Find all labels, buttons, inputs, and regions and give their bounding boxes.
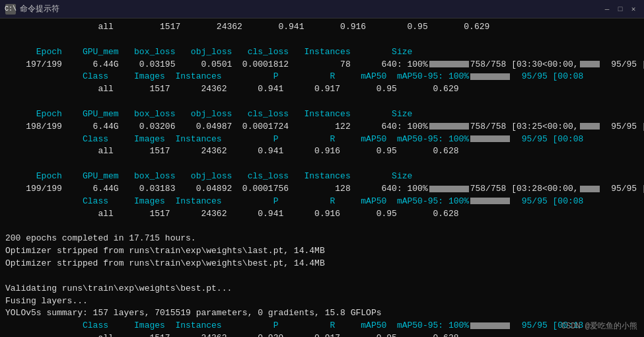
epoch-197-all: all 1517 24362 0.941 0.917 0.95 0.629	[5, 83, 639, 96]
terminal-line-blank4	[5, 221, 639, 233]
epoch-199-class-header: Class Images Instances P R mAP50 mAP50-9…	[5, 196, 639, 208]
epoch-197-progress: 197/199 6.44G 0.03195 0.0501 0.0001812 7…	[5, 59, 639, 71]
epoch-199-all: all 1517 24362 0.941 0.916 0.95 0.628	[5, 208, 639, 221]
terminal-line-top: all 1517 24362 0.941 0.916 0.95 0.629	[5, 21, 639, 34]
epoch-198-all: all 1517 24362 0.941 0.916 0.95 0.628	[5, 145, 639, 158]
terminal-line-blank3	[5, 158, 639, 170]
minimize-button[interactable]: —	[602, 4, 612, 15]
epochs-completed: 200 epochs completed in 17.715 hours.	[5, 233, 639, 245]
terminal-line-blank2	[5, 96, 639, 108]
watermark: CSDN @爱吃鱼的小熊	[561, 320, 637, 332]
epoch-header-199: Epoch GPU_mem box_loss obj_loss cls_loss…	[5, 170, 639, 183]
final-class-header: Class Images Instances P R mAP50 mAP50-9…	[5, 320, 639, 332]
terminal-line-blank1	[5, 34, 639, 46]
maximize-button[interactable]: □	[615, 4, 626, 15]
epoch-198-progress: 198/199 6.44G 0.03206 0.04987 0.0001724 …	[5, 121, 639, 133]
window-title: 命令提示符	[20, 3, 59, 15]
validating-msg: Validating runs\train\exp\weights\best.p…	[5, 283, 639, 295]
epoch-197-class-header: Class Images Instances P R mAP50 mAP50-9…	[5, 71, 639, 83]
fusing-msg: Fusing layers...	[5, 295, 639, 308]
title-bar-left: C:\ 命令提示符	[5, 3, 59, 15]
epoch-199-progress: 199/199 6.44G 0.03183 0.04892 0.0001756 …	[5, 183, 639, 196]
yolov5s-summary: YOLOv5s summary: 157 layers, 7015519 par…	[5, 307, 639, 320]
cmd-icon: C:\	[5, 4, 16, 15]
close-button[interactable]: ✕	[628, 4, 639, 15]
title-bar: C:\ 命令提示符 — □ ✕	[0, 0, 644, 19]
epoch-header-197: Epoch GPU_mem box_loss obj_loss cls_loss…	[5, 46, 639, 59]
epoch-198-class-header: Class Images Instances P R mAP50 mAP50-9…	[5, 133, 639, 146]
terminal-body: all 1517 24362 0.941 0.916 0.95 0.629 Ep…	[0, 19, 644, 337]
terminal-line-blank5	[5, 270, 639, 283]
optimizer-last: Optimizer stripped from runs\train\exp\w…	[5, 245, 639, 258]
title-bar-controls: — □ ✕	[602, 4, 639, 15]
epoch-header-198: Epoch GPU_mem box_loss obj_loss cls_loss…	[5, 108, 639, 121]
optimizer-best: Optimizer stripped from runs\train\exp\w…	[5, 258, 639, 270]
final-all: all 1517 24362 0.939 0.917 0.95 0.628	[5, 332, 639, 337]
